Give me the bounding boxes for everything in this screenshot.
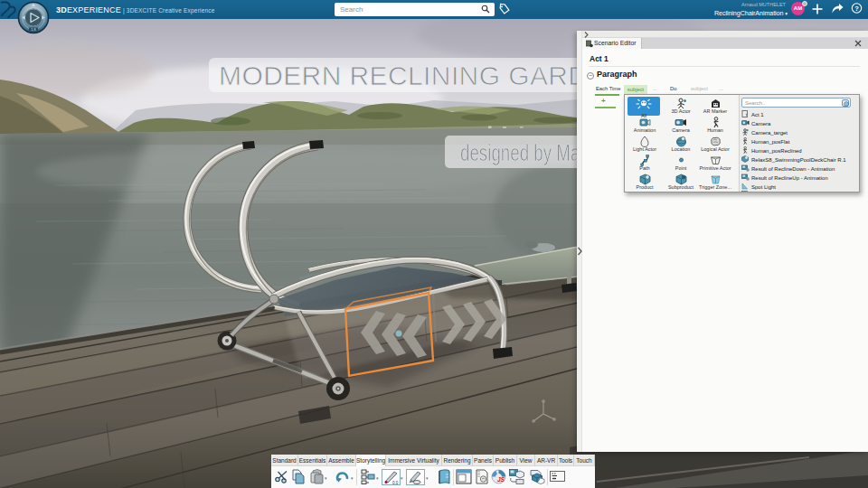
svg-text:1.8: 1.8 (31, 28, 35, 32)
svg-text:JS: JS (497, 476, 505, 483)
svg-text:?: ? (854, 5, 859, 13)
svg-text:0.0: 0.0 (392, 481, 399, 485)
